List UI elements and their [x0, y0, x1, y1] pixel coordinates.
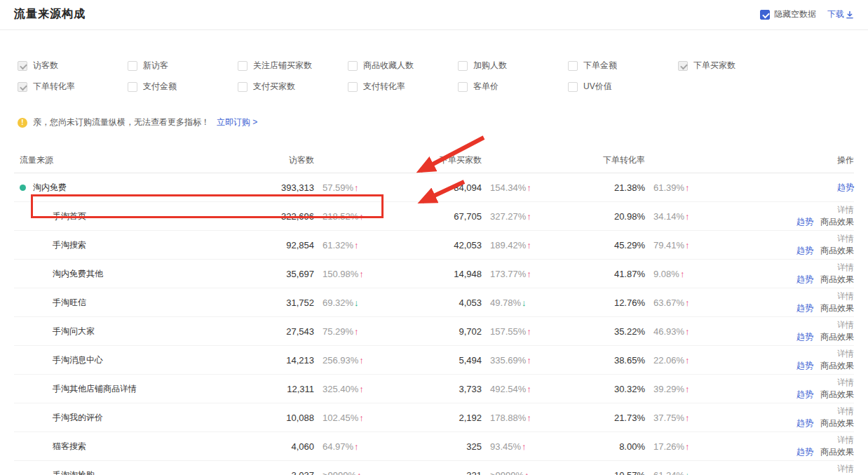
detail-link[interactable]: 详情 [837, 233, 854, 245]
trend-link[interactable]: 趋势 [796, 361, 813, 370]
order-buyers-change: 154.34%↑ [482, 182, 568, 193]
checkbox-icon[interactable] [128, 82, 137, 92]
product-effect-link[interactable]: 商品效果 [820, 246, 854, 255]
conversion-rate-change: 34.14%↑ [645, 211, 729, 222]
product-effect-link[interactable]: 商品效果 [820, 303, 854, 313]
order-buyers-value: 5,494 [398, 355, 482, 366]
detail-link[interactable]: 详情 [837, 463, 854, 475]
trend-link[interactable]: 趋势 [796, 246, 813, 255]
checkbox-icon[interactable] [458, 61, 468, 71]
order-buyers-trend-arrow-icon: ↑ [527, 326, 531, 337]
order-buyers-change: 93.45%↑ [482, 441, 568, 452]
product-effect-link[interactable]: 商品效果 [820, 389, 854, 399]
source-dot-icon [20, 185, 26, 191]
metric-checkbox-item[interactable]: 访客数 [18, 60, 128, 72]
detail-link[interactable]: 详情 [837, 434, 854, 446]
trend-link[interactable]: 趋势 [796, 389, 813, 399]
product-effect-link[interactable]: 商品效果 [820, 217, 854, 227]
visitors-change: 325.40%↑ [314, 384, 398, 394]
order-buyers-value: 67,705 [398, 211, 482, 222]
detail-link[interactable]: 详情 [837, 262, 854, 274]
conversion-rate-value: 21.38% [568, 182, 645, 193]
checkbox-icon[interactable] [348, 82, 358, 92]
conversion-rate-value: 20.98% [568, 211, 645, 222]
detail-link[interactable]: 详情 [837, 348, 854, 360]
table-row: 手淘我的评价 10,088 102.45%↑ 2,192 178.88%↑ 21… [14, 403, 854, 432]
checkbox-icon[interactable] [128, 61, 137, 71]
source-name: 淘内免费 [33, 182, 67, 194]
order-buyers-value: 3,733 [398, 384, 482, 394]
actions-cell: 详情 趋势商品效果 [729, 233, 854, 257]
trend-link[interactable]: 趋势 [796, 274, 813, 284]
conversion-trend-arrow-icon: ↑ [680, 269, 685, 279]
order-buyers-value: 321 [398, 470, 482, 475]
product-effect-link[interactable]: 商品效果 [820, 418, 854, 428]
checkbox-icon[interactable] [678, 61, 688, 71]
metric-checkbox-item[interactable]: UV价值 [568, 81, 678, 93]
download-link[interactable]: 下载 [827, 8, 854, 20]
table-row: 手淘消息中心 14,213 256.93%↑ 5,494 335.69%↑ 38… [14, 346, 854, 375]
visitors-change-percent: 64.97% [323, 441, 353, 452]
visitors-change: 150.98%↑ [314, 269, 398, 279]
checkbox-icon[interactable] [18, 61, 27, 71]
visitors-change: 256.93%↑ [314, 355, 398, 366]
conversion-rate-value: 12.76% [568, 297, 645, 308]
order-buyers-change-percent: 154.34% [490, 182, 526, 193]
metric-checkbox-item[interactable]: 支付转化率 [348, 81, 458, 93]
trend-link[interactable]: 趋势 [837, 182, 854, 192]
product-effect-link[interactable]: 商品效果 [820, 274, 854, 284]
metric-label: 客单价 [473, 81, 499, 93]
table-body: 淘内免费 393,313 57.59%↑ 84,094 154.34%↑ 21.… [14, 173, 854, 475]
checkbox-icon[interactable] [568, 61, 578, 71]
conversion-change-percent: 17.26% [653, 441, 684, 452]
visitors-trend-arrow-icon: ↑ [359, 384, 364, 394]
metric-checkbox-item[interactable]: 下单转化率 [18, 81, 128, 93]
actions-cell: 详情 趋势商品效果 [729, 348, 854, 372]
order-buyers-change: 189.42%↑ [482, 240, 568, 250]
checkbox-icon[interactable] [568, 82, 578, 92]
checkbox-icon[interactable] [18, 82, 27, 92]
metric-checkbox-item[interactable]: 加购人数 [458, 60, 568, 72]
conversion-change-percent: 61.39% [653, 182, 684, 193]
checkbox-icon[interactable] [238, 61, 247, 71]
checkbox-icon[interactable] [458, 82, 468, 92]
metric-checkbox-item[interactable]: 新访客 [128, 60, 238, 72]
checkbox-icon[interactable] [348, 61, 358, 71]
trend-link[interactable]: 趋势 [796, 447, 813, 457]
metric-label: 访客数 [33, 60, 58, 72]
column-header-source: 流量来源 [14, 154, 245, 166]
product-effect-link[interactable]: 商品效果 [820, 447, 854, 457]
conversion-trend-arrow-icon: ↑ [685, 211, 690, 222]
hide-empty-data-toggle[interactable]: 隐藏空数据 [760, 8, 816, 20]
trend-link[interactable]: 趋势 [796, 303, 813, 313]
source-name: 手淘其他店铺商品详情 [53, 383, 137, 395]
trend-link[interactable]: 趋势 [796, 332, 813, 342]
detail-link[interactable]: 详情 [837, 406, 854, 417]
metric-checkbox-item[interactable]: 客单价 [458, 81, 568, 93]
order-buyers-value: 14,948 [398, 269, 482, 279]
trend-link[interactable]: 趋势 [796, 418, 813, 428]
metric-checkbox-item[interactable]: 下单金额 [568, 60, 678, 72]
product-effect-link[interactable]: 商品效果 [820, 332, 854, 342]
actions-cell: 详情 趋势商品效果 [729, 406, 854, 429]
order-buyers-change-percent: 178.88% [490, 413, 526, 423]
checkbox-icon[interactable] [238, 82, 247, 92]
order-buyers-value: 4,053 [398, 297, 482, 308]
detail-link[interactable]: 详情 [837, 204, 854, 216]
checkbox-checked-icon[interactable] [760, 10, 770, 20]
source-name: 淘内免费其他 [53, 268, 103, 280]
conversion-change-percent: 22.06% [653, 355, 684, 366]
metric-checkbox-item[interactable]: 关注店铺买家数 [238, 60, 348, 72]
metric-checkbox-item[interactable]: 商品收藏人数 [348, 60, 458, 72]
column-header-order-buyers: 下单买家数 [398, 154, 482, 166]
detail-link[interactable]: 详情 [837, 290, 854, 302]
subscribe-now-link[interactable]: 立即订购 > [217, 116, 257, 128]
product-effect-link[interactable]: 商品效果 [820, 361, 854, 370]
metric-checkbox-item[interactable]: 下单买家数 [678, 60, 788, 72]
metric-checkbox-item[interactable]: 支付买家数 [238, 81, 348, 93]
metric-checkbox-item[interactable]: 支付金额 [128, 81, 238, 93]
detail-link[interactable]: 详情 [837, 377, 854, 389]
detail-link[interactable]: 详情 [837, 319, 854, 331]
source-name: 手淘首页 [53, 210, 86, 222]
trend-link[interactable]: 趋势 [796, 217, 813, 227]
